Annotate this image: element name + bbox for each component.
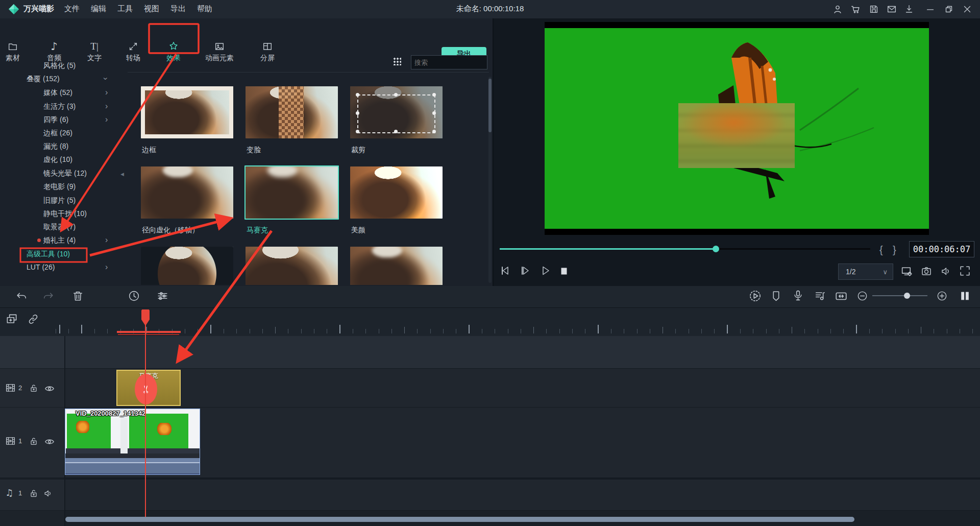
dual-view-icon[interactable] (959, 290, 971, 302)
grid-view-icon[interactable] (393, 57, 401, 65)
beat-detection-icon[interactable] (814, 290, 826, 302)
effect-card-beauty[interactable] (350, 166, 443, 219)
effect-name: 美颜 (351, 226, 365, 235)
maximize-button[interactable] (943, 4, 954, 15)
mail-icon[interactable] (886, 4, 897, 15)
snapshot-camera-icon[interactable] (920, 265, 933, 277)
redo-icon[interactable] (42, 290, 55, 303)
marker-flag-icon[interactable] (770, 290, 782, 302)
sidebar-item-stylize[interactable]: 风格化(5) (43, 60, 76, 71)
sidebar-item-lut[interactable]: LUT(26) (27, 261, 55, 273)
audio-track-1-lane[interactable] (0, 480, 980, 510)
download-update-icon[interactable] (903, 4, 915, 15)
zoom-in-icon[interactable] (936, 290, 948, 302)
sidebar-item-lightleak[interactable]: 漏光(8) (43, 140, 68, 152)
previous-frame-button[interactable] (499, 265, 511, 277)
track-lock-icon[interactable] (29, 383, 39, 393)
delete-trash-icon[interactable] (71, 290, 84, 302)
track-lock-icon[interactable] (29, 488, 39, 498)
sidebar-item-lensflare[interactable]: 镜头光晕(12) (43, 168, 87, 179)
playhead-line[interactable] (145, 324, 146, 517)
zoom-slider-handle[interactable] (904, 293, 910, 299)
sidebar-item-vintage[interactable]: 旧膠片(5) (43, 195, 76, 206)
play-button[interactable] (539, 265, 551, 277)
preview-seekbar[interactable] (500, 248, 870, 250)
sidebar-item-seasons[interactable]: 四季(6) (43, 114, 68, 125)
seekbar-handle[interactable] (713, 246, 719, 252)
effects-scrollbar-track[interactable] (488, 77, 492, 283)
display-settings-icon[interactable] (900, 265, 913, 278)
stop-button[interactable] (558, 265, 570, 277)
folder-icon (7, 41, 18, 52)
chevron-right-icon[interactable]: › (105, 101, 108, 112)
minimize-button[interactable] (925, 4, 936, 15)
effect-card-mosaic[interactable] (244, 165, 339, 220)
effects-scrollbar-thumb[interactable] (488, 79, 492, 132)
tab-effects[interactable]: 效果 (151, 41, 197, 63)
effect-card-partial[interactable] (350, 247, 443, 285)
account-icon[interactable] (832, 4, 843, 15)
effect-card-border[interactable] (141, 86, 233, 138)
tab-splitscreen[interactable]: 分屏 (244, 41, 290, 63)
sidebar-item-lifestyle[interactable]: 生活方(3) (43, 101, 76, 112)
effect-card-partial[interactable] (246, 247, 338, 285)
mute-speaker-icon[interactable] (940, 265, 952, 277)
chevron-right-icon[interactable]: › (105, 87, 108, 98)
render-preview-icon[interactable] (748, 289, 762, 303)
mosaic-effect-clip[interactable]: 马赛克 ✂ (116, 370, 181, 406)
tab-media[interactable]: 素材 (0, 41, 36, 63)
chevron-down-icon[interactable]: › (100, 77, 111, 80)
track-lock-icon[interactable] (29, 436, 39, 446)
tab-elements[interactable]: 动画元素 (197, 41, 242, 63)
chevron-right-icon[interactable]: › (105, 234, 108, 246)
effect-card-radial-blur[interactable] (141, 166, 233, 219)
mark-out-bracket-icon[interactable]: } (893, 244, 896, 256)
menu-tools[interactable]: 工具 (117, 4, 133, 14)
search-input[interactable] (411, 59, 507, 66)
effect-card-crop[interactable] (350, 86, 443, 138)
track-mute-speaker-icon[interactable] (43, 488, 53, 498)
sidebar-item-borders[interactable]: 边框(26) (43, 127, 72, 138)
chevron-right-icon[interactable]: › (105, 261, 108, 273)
sidebar-item-wedding[interactable]: 婚礼主(4) (43, 234, 76, 246)
video-clip[interactable]: VID_20200827_141342 (65, 409, 200, 475)
track-visibility-eye-icon[interactable] (44, 436, 55, 447)
next-frame-button[interactable] (519, 265, 531, 277)
timeline-zoom-slider[interactable] (872, 295, 927, 296)
menu-help[interactable]: 帮助 (197, 4, 212, 14)
sidebar-item-advanced-tools[interactable]: 高级工具(10) (27, 248, 70, 259)
sidebar-item-viewfinder[interactable]: 取景器(7) (43, 221, 76, 232)
sidebar-item-oldfilm[interactable]: 老电影(9) (43, 181, 76, 192)
save-icon[interactable] (868, 4, 879, 15)
effect-card-faceoff[interactable] (246, 86, 338, 138)
chevron-right-icon[interactable]: › (105, 114, 108, 125)
menu-export[interactable]: 导出 (170, 4, 186, 14)
mark-in-bracket-icon[interactable]: { (879, 244, 883, 256)
menu-file[interactable]: 文件 (64, 4, 80, 14)
adjust-sliders-icon[interactable] (156, 290, 169, 302)
sidebar-item-static[interactable]: 静电干扰(10) (43, 208, 87, 219)
undo-icon[interactable] (15, 290, 28, 303)
timeline-hscrollbar[interactable] (65, 517, 854, 522)
preview-quality-dropdown[interactable]: 1/2 ∨ (838, 264, 893, 280)
ruler-major-ticks (54, 325, 980, 333)
track-visibility-eye-icon[interactable] (44, 383, 55, 394)
tab-transitions[interactable]: 转场 (110, 41, 156, 63)
record-voiceover-mic-icon[interactable] (792, 289, 804, 302)
menu-view[interactable]: 视图 (144, 4, 159, 14)
auto-ripple-link-icon[interactable] (27, 313, 40, 326)
sidebar-item-media[interactable]: 媒体(52) (43, 87, 72, 98)
add-track-icon[interactable] (5, 313, 18, 326)
fullscreen-icon[interactable] (959, 265, 971, 277)
search-box (411, 55, 487, 69)
sidebar-item-overlay[interactable]: 叠覆(152) (27, 73, 60, 84)
menu-edit[interactable]: 编辑 (91, 4, 106, 14)
zoom-out-icon[interactable] (856, 290, 868, 302)
collapse-panel-arrow[interactable]: ◀ (120, 172, 124, 177)
close-button[interactable] (962, 4, 973, 15)
fit-timeline-zoom-icon[interactable] (835, 290, 848, 303)
effect-card-partial[interactable] (141, 247, 233, 285)
store-cart-icon[interactable] (850, 4, 861, 15)
speed-clock-icon[interactable] (128, 290, 140, 302)
sidebar-item-blur[interactable]: 虚化(10) (43, 154, 72, 165)
